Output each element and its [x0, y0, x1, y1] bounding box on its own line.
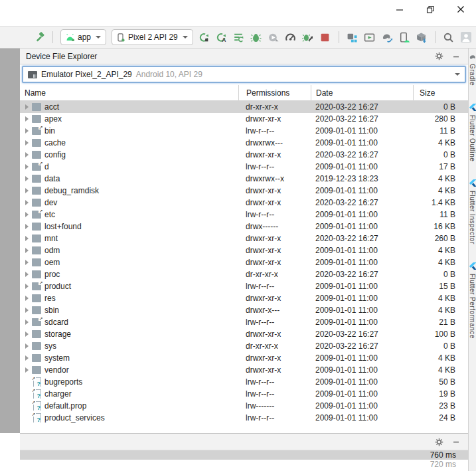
file-row[interactable]: config drwxr-xr-x 2020-03-22 16:27 0 B	[20, 149, 468, 161]
file-row[interactable]: odm drwxr-xr-x 2009-01-01 11:00 4 KB	[20, 244, 468, 256]
file-row[interactable]: ? product_services lrw-r--r-- 2009-01-01…	[20, 412, 468, 424]
run-configuration-select[interactable]: app	[60, 29, 106, 45]
expand-button[interactable]	[22, 365, 31, 375]
profile-avatar-button[interactable]	[457, 29, 475, 46]
expand-button[interactable]	[22, 138, 31, 147]
file-row[interactable]: proc dr-xr-xr-x 2020-03-22 16:27 0 B	[20, 268, 468, 280]
file-row[interactable]: data drwxrwx--x 2019-12-23 18:23 4 KB	[20, 173, 468, 185]
file-row[interactable]: storage drwxr-xr-x 2020-03-22 16:27 100 …	[20, 328, 468, 340]
expand-button[interactable]	[22, 330, 31, 339]
profile-button[interactable]	[265, 29, 282, 46]
expand-button[interactable]	[22, 150, 31, 159]
run-anything-button[interactable]	[361, 29, 378, 46]
file-row[interactable]: ? default.prop lrw------- 2009-01-01 11:…	[20, 400, 468, 412]
column-header-permissions[interactable]: Permissions	[238, 85, 311, 100]
tool-window-tab-flutter-performance[interactable]: Flutter Performance	[469, 262, 476, 339]
expand-button[interactable]	[22, 270, 31, 279]
expand-button[interactable]	[22, 222, 31, 231]
column-header-name[interactable]: Name	[20, 85, 238, 100]
expand-button[interactable]	[22, 258, 31, 267]
profiler-button[interactable]	[282, 29, 299, 46]
expand-button[interactable]	[22, 126, 31, 136]
file-row[interactable]: acct dr-xr-xr-x 2020-03-22 16:27 0 B	[20, 101, 468, 113]
minimize-button[interactable]	[384, 0, 415, 19]
file-row[interactable]: apex drwxr-xr-x 2020-03-22 16:27 280 B	[20, 113, 468, 125]
expand-button[interactable]	[22, 294, 31, 303]
device-select[interactable]: Pixel 2 API 29	[112, 29, 193, 45]
expand-button[interactable]	[22, 174, 31, 183]
expand-button[interactable]	[22, 210, 31, 219]
attach-debugger-button[interactable]	[299, 29, 317, 46]
file-row[interactable]: ? bugreports lrw-r--r-- 2009-01-01 11:00…	[20, 376, 468, 388]
file-row[interactable]: oem drwxr-xr-x 2009-01-01 11:00 4 KB	[20, 256, 468, 268]
build-button[interactable]	[31, 29, 48, 46]
chevron-right-icon	[25, 212, 29, 217]
layout-inspector-button[interactable]	[344, 29, 361, 46]
sync-button[interactable]	[230, 29, 248, 46]
file-row[interactable]: sbin drwxr-x--- 2009-01-01 11:00 4 KB	[20, 304, 468, 316]
panel-settings-button[interactable]	[433, 51, 445, 62]
expand-button[interactable]	[22, 162, 31, 171]
file-permissions: drwxr-xr-x	[238, 198, 311, 207]
file-name: sbin	[44, 306, 59, 315]
device-selector[interactable]: Emulator Pixel_2_API_29 Android 10, API …	[22, 66, 466, 83]
file-row[interactable]: res drwxr-xr-x 2009-01-01 11:00 4 KB	[20, 292, 468, 304]
file-row[interactable]: d lrw-r--r-- 2009-01-01 11:00 17 B	[20, 161, 468, 173]
expand-button[interactable]	[22, 389, 31, 399]
expand-button[interactable]	[22, 186, 31, 195]
timing-row[interactable]: 720 ms	[20, 460, 468, 469]
tool-window-tab-flutter-outline[interactable]: Flutter Outline	[469, 103, 476, 161]
search-everywhere-button[interactable]	[440, 29, 457, 46]
expand-button[interactable]	[22, 377, 31, 387]
close-button[interactable]	[445, 0, 476, 19]
tool-window-tab-gradle[interactable]: Gradle	[469, 54, 476, 86]
bottom-panel-settings-button[interactable]	[433, 436, 445, 447]
timing-row[interactable]: 760 ms	[20, 450, 468, 460]
file-table-body: acct dr-xr-xr-x 2020-03-22 16:27 0 B ape…	[20, 101, 468, 433]
file-row[interactable]: bin lrw-r--r-- 2009-01-01 11:00 11 B	[20, 125, 468, 137]
expand-button[interactable]	[22, 102, 31, 112]
expand-button[interactable]	[22, 318, 31, 327]
apply-code-changes-button[interactable]: A	[213, 29, 230, 46]
panel-hide-button[interactable]	[450, 51, 462, 62]
expand-button[interactable]	[22, 234, 31, 243]
expand-button[interactable]	[22, 114, 31, 124]
restore-button[interactable]	[415, 0, 445, 19]
file-permissions: lrw-r--r--	[238, 413, 311, 423]
tool-window-tab-flutter-inspector[interactable]: Flutter Inspector	[469, 179, 476, 244]
expand-button[interactable]	[22, 198, 31, 207]
file-row[interactable]: dev drwxr-xr-x 2020-03-22 16:27 1.4 KB	[20, 197, 468, 209]
apply-changes-button[interactable]	[196, 29, 213, 46]
file-row[interactable]: system drwxr-xr-x 2009-01-01 11:00 4 KB	[20, 352, 468, 364]
expand-button[interactable]	[22, 341, 31, 351]
chevron-right-icon	[25, 331, 29, 337]
rerun-a-icon: A	[216, 32, 227, 43]
expand-button[interactable]	[22, 246, 31, 255]
file-row[interactable]: sdcard lrw-r--r-- 2009-01-01 11:00 21 B	[20, 316, 468, 328]
file-row[interactable]: vendor drwxr-xr-x 2009-01-01 11:00 4 KB	[20, 364, 468, 376]
column-header-date[interactable]: Date	[311, 85, 413, 100]
file-date: 2009-01-01 11:00	[311, 222, 413, 231]
bottom-panel-hide-button[interactable]	[450, 436, 462, 447]
file-row[interactable]: debug_ramdisk drwxr-xr-x 2009-01-01 11:0…	[20, 185, 468, 197]
file-row[interactable]: ? charger lrw-r--r-- 2009-01-01 11:00 19…	[20, 388, 468, 400]
file-row[interactable]: sys dr-xr-xr-x 2020-03-22 16:27 0 B	[20, 340, 468, 352]
gradle-sync-button[interactable]	[378, 29, 396, 46]
file-row[interactable]: etc lrw-r--r-- 2009-01-01 11:00 11 B	[20, 209, 468, 221]
stop-button[interactable]	[317, 29, 334, 46]
file-row[interactable]: product lrw-r--r-- 2009-01-01 11:00 15 B	[20, 280, 468, 292]
debug-button[interactable]	[248, 29, 265, 46]
expand-button[interactable]	[22, 413, 31, 423]
file-row[interactable]: lost+found drwx------ 2009-01-01 11:00 1…	[20, 221, 468, 233]
column-header-size[interactable]: Size	[413, 85, 468, 100]
expand-button[interactable]	[22, 282, 31, 291]
sdk-manager-button[interactable]	[413, 29, 430, 46]
file-row[interactable]: mnt drwxr-xr-x 2020-03-22 16:27 260 B	[20, 233, 468, 244]
avd-manager-button[interactable]	[396, 29, 413, 46]
file-date: 2009-01-01 11:00	[311, 318, 413, 327]
expand-button[interactable]	[22, 401, 31, 411]
expand-button[interactable]	[22, 306, 31, 315]
expand-button[interactable]	[22, 353, 31, 363]
file-row[interactable]: cache drwxrwx--- 2009-01-01 11:00 4 KB	[20, 137, 468, 149]
file-size: 100 B	[413, 330, 468, 339]
